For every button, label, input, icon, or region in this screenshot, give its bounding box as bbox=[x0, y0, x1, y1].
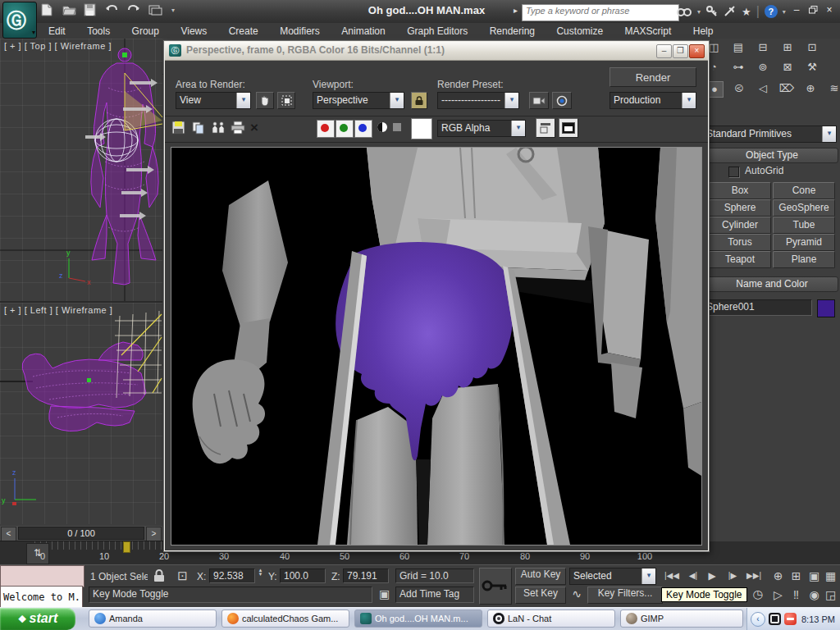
zoom-extents-all-icon[interactable]: ▦ bbox=[822, 568, 839, 585]
object-name-field[interactable]: Sphere001 bbox=[702, 299, 812, 316]
shapes-icon[interactable]: ⧀ bbox=[731, 81, 747, 96]
copy-image-icon[interactable] bbox=[191, 121, 205, 135]
layers-dialog-button[interactable] bbox=[536, 118, 555, 138]
tab-modify-icon[interactable]: ⊶ bbox=[730, 60, 746, 75]
walk-through-icon[interactable]: ‼ bbox=[788, 587, 805, 604]
tray-steam-icon[interactable] bbox=[769, 613, 781, 625]
z-coordinate-field[interactable]: 79.191 bbox=[343, 568, 389, 583]
zoom-icon[interactable]: ⊕ bbox=[769, 568, 787, 585]
spacewarps-icon[interactable]: ≋ bbox=[826, 81, 840, 96]
play-button[interactable]: ▶ bbox=[704, 570, 720, 582]
rendered-image[interactable] bbox=[171, 147, 702, 546]
object-color-swatch[interactable] bbox=[817, 299, 835, 317]
go-to-end-button[interactable]: ▶▶| bbox=[743, 571, 765, 580]
viewport-top[interactable]: y x z [ + ] [ Top ] [ Wireframe ] bbox=[0, 39, 162, 303]
favorites-star-icon[interactable]: ★ bbox=[742, 6, 751, 18]
undo-icon[interactable] bbox=[105, 3, 121, 18]
monochrome-channel-icon[interactable] bbox=[377, 121, 388, 133]
render-mode-dropdown[interactable]: Production ▾ bbox=[609, 92, 696, 109]
clone-window-icon[interactable] bbox=[211, 121, 226, 135]
pyramid-button[interactable]: Pyramid bbox=[773, 234, 835, 251]
helpers-icon[interactable]: ⊕ bbox=[802, 81, 819, 96]
search-options-chevron-icon[interactable]: ▾ bbox=[697, 8, 701, 16]
x-spinner[interactable]: ▲▼ bbox=[256, 568, 265, 583]
viewport-dropdown[interactable]: Perspective ▾ bbox=[313, 92, 404, 109]
key-filters-button[interactable]: Key Filters... bbox=[587, 587, 663, 604]
channel-display-dropdown[interactable]: RGB Alpha ▾ bbox=[437, 120, 526, 137]
image-frame-button[interactable] bbox=[559, 118, 578, 138]
background-color-swatch[interactable] bbox=[411, 118, 432, 139]
menu-customize[interactable]: Customize bbox=[547, 24, 612, 39]
menu-maxscript[interactable]: MAXScript bbox=[616, 24, 681, 39]
cone-button[interactable]: Cone bbox=[773, 182, 835, 199]
render-setup-icon[interactable]: ⊡ bbox=[804, 40, 820, 55]
project-folder-icon[interactable] bbox=[148, 3, 164, 18]
menu-group[interactable]: Group bbox=[123, 24, 168, 39]
subscription-key-icon[interactable] bbox=[705, 5, 719, 18]
absolute-mode-icon[interactable]: ⊡ bbox=[174, 567, 191, 584]
primitives-category-dropdown[interactable]: Standard Primitives ▾ bbox=[702, 126, 837, 143]
sphere-button[interactable]: Sphere bbox=[709, 199, 771, 217]
green-channel-button[interactable] bbox=[336, 120, 354, 138]
window-close-button[interactable]: × bbox=[822, 3, 837, 16]
viewport-left-label[interactable]: [ + ] [ Left ] [ Wireframe ] bbox=[4, 305, 112, 315]
taskbar-item-lan-chat[interactable]: LaN - Chat bbox=[487, 609, 615, 628]
viewport-lock-button[interactable] bbox=[411, 92, 427, 109]
cylinder-button[interactable]: Cylinder bbox=[709, 217, 771, 234]
lights-icon[interactable]: ◁ bbox=[755, 81, 771, 96]
area-to-render-dropdown[interactable]: View ▾ bbox=[176, 92, 251, 109]
zoom-all-icon[interactable]: ⊞ bbox=[788, 568, 805, 585]
align-icon[interactable]: ▤ bbox=[730, 40, 746, 55]
previous-frame-button[interactable]: ◀| bbox=[684, 571, 702, 580]
tube-button[interactable]: Tube bbox=[773, 217, 835, 234]
menu-edit[interactable]: Edit bbox=[39, 24, 75, 39]
layer-manager-icon[interactable]: ⊟ bbox=[755, 40, 771, 55]
menu-help[interactable]: Help bbox=[684, 24, 723, 39]
render-button[interactable]: Render bbox=[609, 67, 696, 87]
edit-region-hand-button[interactable] bbox=[256, 92, 274, 109]
taskbar-item-browser[interactable]: calculatedChaos Gam... bbox=[221, 609, 349, 628]
menu-rendering[interactable]: Rendering bbox=[481, 24, 544, 39]
tray-chevron-icon[interactable]: ‹ bbox=[751, 612, 765, 627]
teapot-button[interactable]: Teapot bbox=[709, 251, 771, 268]
tray-status-busy-icon[interactable] bbox=[784, 613, 797, 625]
y-coordinate-field[interactable]: 100.0 bbox=[280, 568, 326, 583]
auto-region-button[interactable] bbox=[277, 92, 295, 109]
search-input[interactable]: Type a keyword or phrase bbox=[522, 4, 679, 21]
help-icon[interactable]: ? bbox=[765, 5, 778, 18]
time-slider-next-button[interactable]: > bbox=[146, 527, 162, 541]
tab-display-icon[interactable]: ⊠ bbox=[779, 60, 796, 75]
communication-center-icon[interactable] bbox=[724, 5, 737, 18]
clear-image-icon[interactable]: × bbox=[250, 120, 258, 136]
time-slider-thumb[interactable]: 0 / 100 bbox=[18, 527, 144, 540]
menu-tools[interactable]: Tools bbox=[78, 24, 119, 39]
orbit-icon[interactable]: ◉ bbox=[806, 587, 823, 604]
curve-editor-icon[interactable]: ⊞ bbox=[779, 40, 796, 55]
taskbar-item-3dsmax[interactable]: Oh god....OH MAN.m... bbox=[354, 609, 482, 628]
default-in-out-tangent-icon[interactable]: ∿ bbox=[569, 586, 584, 603]
tab-utilities-icon[interactable]: ⚒ bbox=[804, 60, 820, 75]
redo-icon[interactable] bbox=[126, 3, 143, 18]
selection-lock-icon[interactable] bbox=[153, 568, 166, 583]
menu-animation[interactable]: Animation bbox=[332, 24, 394, 39]
next-frame-button[interactable]: |▶ bbox=[724, 571, 742, 580]
rfw-minimize-button[interactable]: – bbox=[656, 44, 672, 58]
viewport-left[interactable]: z y [ + ] [ Left ] [ Wireframe ] bbox=[0, 303, 162, 524]
taskbar-item-amanda[interactable]: Amanda bbox=[89, 609, 217, 628]
rfw-close-button[interactable]: × bbox=[689, 44, 705, 58]
render-preset-dropdown[interactable]: ------------------ ▾ bbox=[437, 92, 519, 109]
time-slider-prev-button[interactable]: < bbox=[1, 527, 16, 541]
save-file-icon[interactable] bbox=[84, 3, 100, 18]
taskbar-item-gimp[interactable]: GIMP bbox=[620, 609, 743, 628]
menu-modifiers[interactable]: Modifiers bbox=[271, 24, 329, 39]
cameras-icon[interactable]: ⌦ bbox=[778, 81, 795, 96]
menu-views[interactable]: Views bbox=[171, 24, 216, 39]
qat-dropdown-icon[interactable]: ▾ bbox=[169, 3, 177, 18]
key-selection-dropdown[interactable]: Selected ▾ bbox=[569, 568, 656, 585]
torus-button[interactable]: Torus bbox=[709, 234, 771, 251]
search-binoculars-icon[interactable] bbox=[676, 5, 692, 18]
plane-button[interactable]: Plane bbox=[773, 251, 835, 268]
tab-hierarchy-icon[interactable]: ⊚ bbox=[755, 60, 771, 75]
rendered-frame-titlebar[interactable]: Ⓖ Perspective, frame 0, RGBA Color 16 Bi… bbox=[165, 42, 708, 61]
time-configuration-icon[interactable]: ◷ bbox=[749, 586, 766, 603]
